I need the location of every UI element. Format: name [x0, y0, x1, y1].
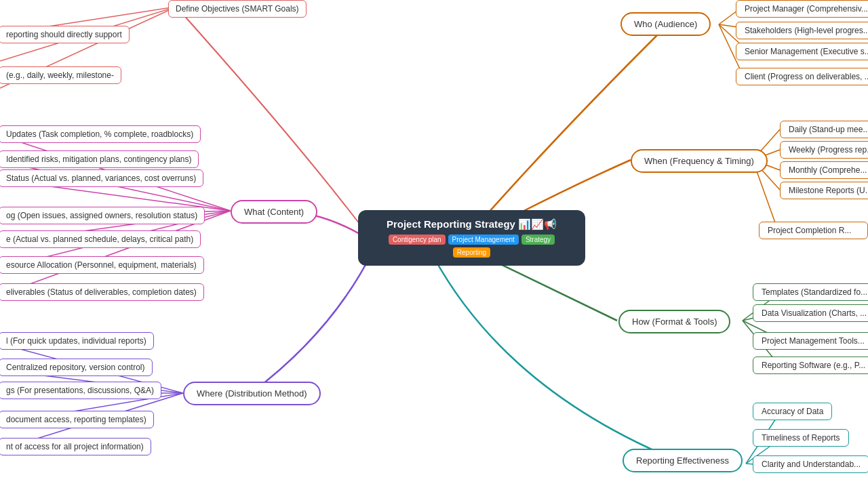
branch-where-label: Where (Distribution Method)	[197, 388, 307, 399]
tag-strategy[interactable]: Strategy	[521, 235, 555, 245]
leaf-how-2: Data Visualization (Charts, ...	[753, 304, 868, 322]
leaf-what-6: esource Allocation (Personnel, equipment…	[0, 256, 204, 274]
leaf-text: og (Open issues, assigned owners, resolu…	[6, 211, 197, 220]
leaf-text: Centralized repository, version control)	[6, 363, 145, 372]
central-icons: 📊📈📢	[518, 218, 557, 230]
leaf-text: Client (Progress on deliverables, ...	[745, 72, 868, 81]
leaf-audience-1: Project Manager (Comprehensiv...	[736, 0, 868, 18]
leaf-top-1: reporting should directly support	[0, 26, 130, 43]
leaf-effectiveness-1: Accuracy of Data	[753, 403, 832, 420]
branch-how[interactable]: How (Format & Tools)	[618, 310, 730, 333]
leaf-what-1: Updates (Task completion, % complete, ro…	[0, 125, 201, 143]
leaf-text: Project Management Tools...	[762, 336, 865, 346]
leaf-what-5: e (Actual vs. planned schedule, delays, …	[0, 230, 201, 248]
leaf-how-1: Templates (Standardized fo...	[753, 283, 868, 301]
leaf-text: Stakeholders (High-level progres...	[745, 26, 868, 35]
branch-where[interactable]: Where (Distribution Method)	[183, 382, 321, 405]
branch-what[interactable]: What (Content)	[231, 200, 317, 224]
branch-how-label: How (Format & Tools)	[632, 317, 717, 327]
leaf-text: l (For quick updates, individual reports…	[6, 336, 146, 346]
leaf-how-3: Project Management Tools...	[753, 332, 868, 350]
tag-contingency[interactable]: Contigency plan	[389, 235, 446, 245]
leaf-text: Project Manager (Comprehensiv...	[745, 4, 868, 14]
leaf-text: Daily (Stand-up mee...	[789, 125, 868, 134]
leaf-when-2: Weekly (Progress rep...	[780, 141, 868, 159]
leaf-what-3: Status (Actual vs. planned, variances, c…	[0, 169, 203, 187]
leaf-how-4: Reporting Software (e.g., P...	[753, 357, 868, 374]
branch-effectiveness-label: Reporting Effectiveness	[636, 455, 729, 466]
leaf-text: Clarity and Understandab...	[762, 460, 861, 469]
leaf-when-1: Daily (Stand-up mee...	[780, 121, 868, 138]
leaf-text: eliverables (Status of deliverables, com…	[6, 287, 197, 297]
leaf-where-3: gs (For presentations, discussions, Q&A)	[0, 382, 161, 399]
leaf-text: Status (Actual vs. planned, variances, c…	[6, 174, 196, 183]
branch-effectiveness[interactable]: Reporting Effectiveness	[623, 449, 743, 472]
branch-audience-label: Who (Audience)	[634, 19, 697, 29]
leaf-text: Data Visualization (Charts, ...	[762, 308, 867, 318]
leaf-text: Senior Management (Executive s...	[745, 47, 868, 56]
leaf-text: (e.g., daily, weekly, milestone-	[6, 70, 114, 80]
leaf-text: e (Actual vs. planned schedule, delays, …	[6, 235, 193, 244]
leaf-what-2: Identified risks, mitigation plans, cont…	[0, 150, 199, 168]
leaf-audience-4: Client (Progress on deliverables, ...	[736, 68, 868, 85]
branch-when[interactable]: When (Frequency & Timing)	[631, 149, 768, 173]
tag-reporting[interactable]: Reporting	[453, 247, 490, 258]
leaf-effectiveness-2: Timeliness of Reports	[753, 429, 849, 447]
leaf-top-2: (e.g., daily, weekly, milestone-	[0, 66, 121, 84]
tag-project-management[interactable]: Project Management	[448, 235, 519, 245]
leaf-text: Accuracy of Data	[762, 407, 823, 416]
leaf-text: document access, reporting templates)	[6, 415, 146, 424]
leaf-text: Monthly (Comprehe...	[789, 165, 867, 175]
leaf-text: Identified risks, mitigation plans, cont…	[6, 155, 191, 164]
leaf-what-7: eliverables (Status of deliverables, com…	[0, 283, 204, 301]
leaf-text: Templates (Standardized fo...	[762, 287, 867, 297]
leaf-text: nt of access for all project information…	[6, 442, 144, 451]
leaf-where-1: l (For quick updates, individual reports…	[0, 332, 154, 350]
leaf-when-5: Project Completion R...	[759, 222, 868, 239]
leaf-text: Project Completion R...	[768, 226, 851, 235]
mindmap-canvas: Project Reporting Strategy 📊📈📢 Contigenc…	[0, 0, 868, 488]
leaf-when-3: Monthly (Comprehe...	[780, 161, 868, 179]
leaf-text: gs (For presentations, discussions, Q&A)	[6, 386, 154, 395]
branch-what-label: What (Content)	[244, 207, 304, 217]
leaf-text: Milestone Reports (U...	[789, 186, 868, 195]
leaf-where-2: Centralized repository, version control)	[0, 359, 153, 376]
leaf-text: Timeliness of Reports	[762, 433, 840, 443]
leaf-what-4: og (Open issues, assigned owners, resolu…	[0, 207, 205, 224]
leaf-audience-3: Senior Management (Executive s...	[736, 43, 868, 60]
leaf-text: Updates (Task completion, % complete, ro…	[6, 129, 193, 139]
branch-audience[interactable]: Who (Audience)	[620, 12, 711, 36]
central-tags: Contigency plan Project Management Strat…	[370, 235, 573, 258]
leaf-where-4: document access, reporting templates)	[0, 411, 154, 428]
leaf-text: reporting should directly support	[6, 30, 122, 39]
leaf-text: Weekly (Progress rep...	[789, 145, 868, 155]
leaf-text: Reporting Software (e.g., P...	[762, 361, 865, 370]
leaf-audience-2: Stakeholders (High-level progres...	[736, 22, 868, 39]
central-title-text: Project Reporting Strategy	[387, 218, 515, 230]
branch-when-label: When (Frequency & Timing)	[644, 156, 754, 166]
leaf-effectiveness-3: Clarity and Understandab...	[753, 455, 868, 473]
central-title: Project Reporting Strategy 📊📈📢	[370, 218, 573, 230]
leaf-where-5: nt of access for all project information…	[0, 438, 151, 455]
leaf-text: esource Allocation (Personnel, equipment…	[6, 260, 197, 270]
leaf-text: Define Objectives (SMART Goals)	[176, 4, 299, 14]
top-left-node: Define Objectives (SMART Goals)	[168, 0, 307, 18]
central-node[interactable]: Project Reporting Strategy 📊📈📢 Contigenc…	[358, 210, 585, 266]
leaf-when-4: Milestone Reports (U...	[780, 182, 868, 199]
